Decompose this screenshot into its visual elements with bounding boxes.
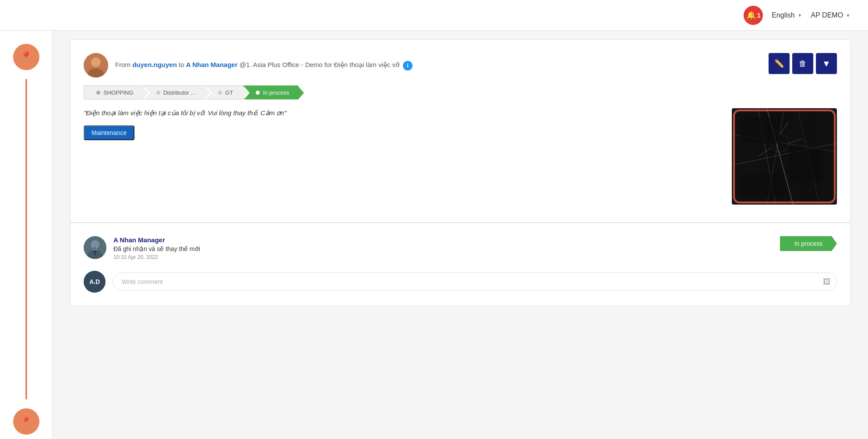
user-label: AP DEMO <box>811 11 843 19</box>
comment-timestamp: 10:10 Apr 20, 2022 <box>113 254 200 260</box>
pipeline-step-in-process[interactable]: In process <box>243 85 298 99</box>
svg-rect-19 <box>741 174 784 196</box>
user-menu[interactable]: AP DEMO ▼ <box>811 11 850 19</box>
bell-icon: 🔔 <box>746 11 756 20</box>
pipeline-label-in-process: In process <box>263 89 289 96</box>
comment-left: A Nhan Manager Đã ghi nhận và sẽ thay th… <box>84 236 200 260</box>
pipeline-label-distributor: Distributor ... <box>163 89 196 96</box>
pipeline-step-gt[interactable]: GT <box>205 85 242 99</box>
comment-text: Đã ghi nhận và sẽ thay thế mới <box>113 245 200 252</box>
current-user-initials: A.D <box>89 278 100 285</box>
chevron-down-icon: ▼ <box>822 59 831 69</box>
edit-button[interactable]: ✏️ <box>769 53 790 74</box>
ticket-from: From duyen.nguyen to A Nhan Manager @1. … <box>84 53 769 78</box>
pipeline-step-distributor[interactable]: Distributor ... <box>144 85 205 99</box>
ticket-actions: ✏️ 🗑 ▼ <box>769 53 837 74</box>
ticket-text-section: "Điện thoại làm việc hiện tại của tôi bị… <box>84 108 723 140</box>
svg-rect-17 <box>741 117 780 143</box>
image-icon: 🖼 <box>823 277 831 286</box>
pipeline-label-gt: GT <box>225 89 233 96</box>
trash-icon: 🗑 <box>799 59 807 68</box>
more-button[interactable]: ▼ <box>816 53 837 74</box>
comment-author-avatar <box>84 236 106 259</box>
sidebar-bottom-icon[interactable]: 📍 <box>13 408 39 435</box>
sidebar: 📍 📍 <box>0 31 53 439</box>
comment-input-row: A.D 🖼 <box>84 271 837 293</box>
comment-item: A Nhan Manager Đã ghi nhận và sẽ thay th… <box>84 236 837 260</box>
comment-input-wrapper: 🖼 <box>113 273 837 291</box>
pipeline-dot-distributor <box>156 91 160 95</box>
user-dropdown-arrow: ▼ <box>846 13 850 18</box>
comment-author-name: A Nhan Manager <box>113 236 200 244</box>
at-ref: @1. Asia Plus Office - Demo for Điện tho… <box>240 61 399 68</box>
pipeline-dot-shopping <box>96 91 100 95</box>
comment-content: A Nhan Manager Đã ghi nhận và sẽ thay th… <box>113 236 200 260</box>
comment-status-badge: In process <box>780 236 837 251</box>
sender-name: duyen.nguyen <box>132 61 177 68</box>
notification-count: 1 <box>757 11 761 19</box>
edit-icon: ✏️ <box>774 59 784 68</box>
notification-bell[interactable]: 🔔 1 <box>744 6 763 25</box>
navbar: 🔔 1 English ▼ AP DEMO ▼ <box>0 0 868 31</box>
recipient-name: A Nhan Manager <box>186 61 238 68</box>
timeline-line <box>25 79 27 400</box>
svg-rect-25 <box>93 249 97 250</box>
ticket-header: From duyen.nguyen to A Nhan Manager @1. … <box>84 53 837 78</box>
language-selector[interactable]: English ▼ <box>772 11 802 19</box>
sidebar-location-icon[interactable]: 📍 <box>13 44 39 70</box>
comment-card: A Nhan Manager Đã ghi nhận và sẽ thay th… <box>70 223 850 306</box>
maintenance-tag[interactable]: Maintenance <box>84 125 134 140</box>
info-icon[interactable]: i <box>403 61 413 71</box>
ticket-body: "Điện thoại làm việc hiện tại của tôi bị… <box>84 108 837 205</box>
from-label: From <box>115 61 131 68</box>
sender-avatar <box>84 53 108 78</box>
language-label: English <box>772 11 794 19</box>
comment-input[interactable] <box>113 273 837 291</box>
delete-button[interactable]: 🗑 <box>792 53 813 74</box>
page-wrapper: 📍 📍 From <box>0 31 868 439</box>
svg-point-1 <box>91 57 101 67</box>
bottom-icon: 📍 <box>21 416 32 427</box>
location-pin-icon: 📍 <box>20 51 33 63</box>
language-dropdown-arrow: ▼ <box>797 13 802 18</box>
pipeline-label-shopping: SHOPPING <box>103 89 134 96</box>
pipeline-dot-in-process <box>256 91 260 95</box>
pipeline-dot-gt <box>218 91 222 95</box>
ticket-image-thumbnail[interactable] <box>732 108 837 205</box>
ticket-quote: "Điện thoại làm việc hiện tại của tôi bị… <box>84 108 723 118</box>
content-area: From duyen.nguyen to A Nhan Manager @1. … <box>53 31 868 439</box>
pipeline-step-shopping[interactable]: SHOPPING <box>84 85 143 99</box>
ticket-card: From duyen.nguyen to A Nhan Manager @1. … <box>70 39 850 223</box>
current-user-avatar: A.D <box>84 271 106 293</box>
ticket-meta: From duyen.nguyen to A Nhan Manager @1. … <box>115 60 413 70</box>
image-upload-button[interactable]: 🖼 <box>823 277 831 287</box>
to-label: to <box>179 61 184 68</box>
pipeline: SHOPPING Distributor ... GT In process <box>84 85 837 99</box>
